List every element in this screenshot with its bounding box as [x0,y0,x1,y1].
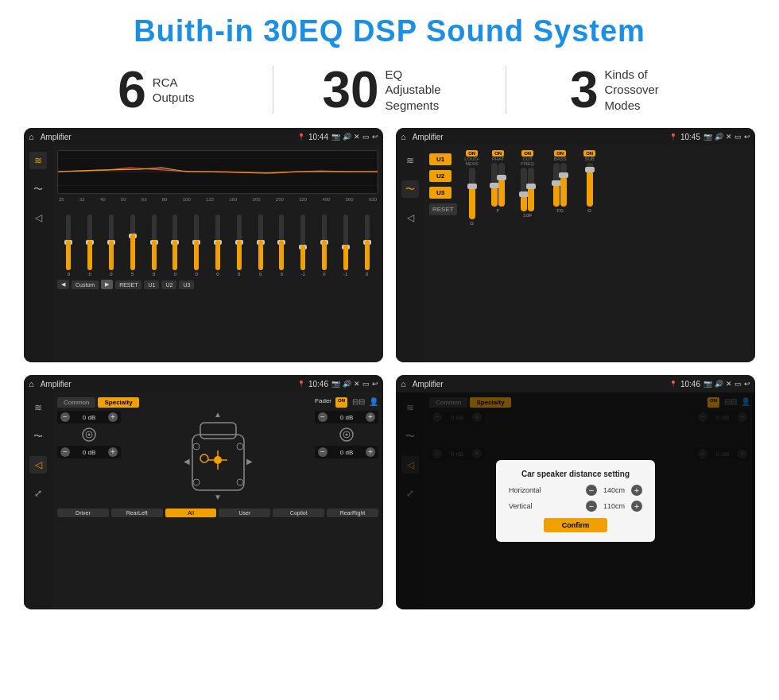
eq-play-btn[interactable]: ▶ [101,280,113,289]
sub-slider[interactable] [587,163,593,207]
eq-slider-3[interactable]: 5 [122,215,142,277]
bass-slider2[interactable] [560,163,567,207]
bass-on[interactable]: ON [554,150,566,157]
eq-u3-btn[interactable]: U3 [179,280,194,289]
arrows-icon[interactable]: ⤢ [29,485,47,502]
eq-slider-8[interactable]: 0 [229,215,249,277]
xover-phat: ON PHAT [486,150,510,358]
home-icon-4[interactable]: ⌂ [401,379,406,389]
svg-text:▲: ▲ [214,411,222,419]
home-icon-2[interactable]: ⌂ [401,132,406,141]
wave-icon[interactable]: 〜 [29,180,47,198]
svg-text:▶: ▶ [246,457,253,466]
eq-freq-labels: 25 32 40 50 63 80 100 125 160 200 250 32… [57,197,378,202]
preset-u3-btn[interactable]: U3 [429,187,452,199]
eq-slider-10[interactable]: 0 [272,215,292,277]
eq-u2-btn[interactable]: U2 [161,280,176,289]
btn-rear-right[interactable]: RearRight [327,509,378,517]
home-icon-3[interactable]: ⌂ [29,379,34,389]
fr-minus[interactable]: − [318,412,327,422]
screen-fader-body: ≋ 〜 ◁ ⤢ Common Specialty Fader ON ⊟⊟ 👤 [24,393,383,609]
eq-u1-btn[interactable]: U1 [144,280,159,289]
rl-plus[interactable]: + [108,447,118,457]
rr-minus[interactable]: − [318,447,327,457]
btn-copilot[interactable]: Copilot [273,509,324,517]
tab-common[interactable]: Common [57,397,95,408]
btn-driver[interactable]: Driver [57,509,109,517]
speaker-icon-2[interactable]: ◁ [401,209,419,226]
loudness-on[interactable]: ON [466,150,478,157]
stat-rca-label: RCAOutputs [153,75,195,106]
screen-dialog-time: 10:46 [680,380,700,389]
eq-slider-11[interactable]: -1 [293,215,313,277]
svg-rect-9 [200,423,236,439]
phat-on[interactable]: ON [492,150,504,157]
eq-slider-2[interactable]: 0 [102,215,122,277]
eq-custom-btn[interactable]: Custom [72,280,99,289]
speaker-icon-3[interactable]: ◁ [29,456,47,474]
horizontal-plus[interactable]: + [631,485,642,496]
eq-reset-btn[interactable]: RESET [115,280,141,289]
horizontal-minus[interactable]: − [586,485,597,496]
rl-minus[interactable]: − [60,447,70,457]
screen-eq-sidebar: ≋ 〜 ◁ [24,145,52,362]
fader-on[interactable]: ON [335,397,347,408]
preset-u2-btn[interactable]: U2 [429,170,452,182]
phat-slider1[interactable] [491,163,498,207]
back-icon-3[interactable]: ↩ [372,380,378,388]
eq-slider-1[interactable]: 0 [80,215,100,277]
svg-point-16 [193,479,200,485]
cutfreq-slider2[interactable] [528,168,534,211]
wave-icon-2[interactable]: 〜 [401,180,419,198]
sub-on[interactable]: ON [583,150,595,157]
eq-slider-7[interactable]: 0 [208,215,228,277]
bass-slider1[interactable] [553,163,560,207]
eq-slider-6[interactable]: 0 [187,215,207,277]
wave-icon-3[interactable]: 〜 [29,427,47,445]
topbar-icons: 📷 🔊 ✕ ▭ ↩ [331,133,378,141]
screen-eq: ⌂ Amplifier 📍 10:44 📷 🔊 ✕ ▭ ↩ ≋ 〜 ◁ [24,128,383,362]
vertical-minus[interactable]: − [586,501,597,512]
screen-dialog-topbar: ⌂ Amplifier 📍 10:46 📷 🔊 ✕ ▭ ↩ [396,375,755,393]
preset-u1-btn[interactable]: U1 [429,153,452,165]
tab-specialty[interactable]: Specialty [98,397,138,408]
back-icon[interactable]: ↩ [372,133,378,141]
cutfreq-slider1[interactable] [521,168,527,211]
cutfreq-on[interactable]: ON [521,150,533,157]
eq-slider-4[interactable]: 0 [144,215,164,277]
eq-icon-3[interactable]: ≋ [29,399,47,416]
home-icon[interactable]: ⌂ [29,132,34,141]
bass-val: F/G [557,208,564,213]
eq-prev-btn[interactable]: ◀ [57,280,69,289]
fl-minus[interactable]: − [60,412,70,422]
btn-rear-left[interactable]: RearLeft [111,509,163,517]
btn-all[interactable]: All [165,509,217,517]
screen-fader-time: 10:46 [308,380,328,389]
btn-user[interactable]: User [219,509,270,517]
topbar-icons-4: 📷 🔊 ✕ ▭ ↩ [703,380,750,388]
eq-icon[interactable]: ≋ [29,152,47,169]
eq-slider-13[interactable]: -1 [335,215,355,277]
reset-btn[interactable]: RESET [429,203,457,215]
stat-eq-label: EQ AdjustableSegments [386,67,457,114]
vertical-plus[interactable]: + [631,501,642,512]
screen-eq-main: 25 32 40 50 63 80 100 125 160 200 250 32… [52,145,383,362]
phat-slider2[interactable] [498,163,505,207]
eq-icon-2[interactable]: ≋ [401,152,419,169]
eq-slider-9[interactable]: 0 [250,215,270,277]
loudness-slider[interactable] [469,168,475,219]
eq-slider-12[interactable]: 0 [315,215,335,277]
speaker-icon[interactable]: ◁ [29,209,47,226]
topbar-icons-2: 📷 🔊 ✕ ▭ ↩ [703,133,750,141]
screen-eq-time: 10:44 [308,133,328,141]
rr-plus[interactable]: + [366,447,375,457]
fl-plus[interactable]: + [108,412,118,422]
back-icon-2[interactable]: ↩ [744,133,750,141]
horizontal-value: 140cm [600,486,628,494]
confirm-button[interactable]: Confirm [544,518,607,532]
back-icon-4[interactable]: ↩ [744,380,750,388]
fr-plus[interactable]: + [366,412,375,422]
eq-slider-14[interactable]: 0 [357,215,377,277]
eq-slider-5[interactable]: 0 [165,215,185,277]
eq-slider-0[interactable]: 0 [59,215,79,277]
